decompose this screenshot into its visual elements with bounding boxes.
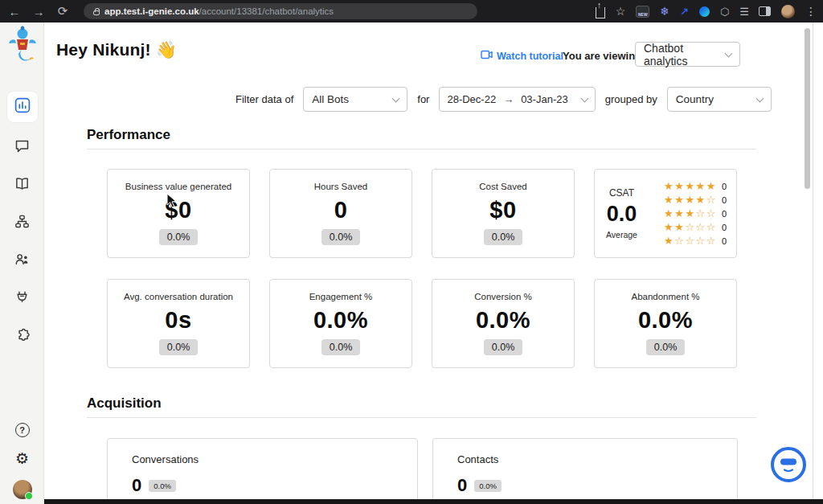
trend-badge: 0.0%: [484, 229, 523, 245]
sidebar-item-conversations[interactable]: [7, 134, 38, 160]
card-label: Avg. conversation duration: [124, 292, 233, 301]
filter-bar: Filter data of All Bots for 28-Dec-22 → …: [235, 87, 772, 112]
star-count: 0: [722, 182, 727, 191]
card-value: 0.0%: [638, 307, 693, 334]
viewing-label: You are viewing: [563, 50, 641, 62]
sidebar-item-flows[interactable]: [7, 210, 38, 236]
bookmark-star-icon[interactable]: ☆: [616, 5, 626, 18]
extension-arrow-icon[interactable]: ↗: [680, 6, 689, 18]
sidebar: ? ⚙: [0, 23, 44, 504]
performance-title: Performance: [87, 127, 170, 143]
browser-actions: ☆ NEW ❄ ↗ ⬡ ☰ ⋮: [596, 5, 817, 18]
star-row: ★☆☆☆☆ 0: [664, 235, 727, 248]
star-rating-icons: ★★★☆☆: [664, 207, 717, 220]
sitemap-icon: [14, 214, 30, 232]
acquisition-title: Acquisition: [87, 395, 162, 412]
performance-cards-row-2: Avg. conversation duration 0s 0.0% Engag…: [107, 279, 737, 368]
analytics-icon: [14, 97, 31, 117]
card-value: 0.0%: [476, 307, 530, 334]
chevron-down-icon: [725, 49, 733, 57]
sidebar-item-contacts[interactable]: [7, 248, 38, 273]
reading-list-icon[interactable]: ☰: [739, 6, 748, 18]
star-row: ★★★☆☆ 0: [664, 207, 727, 220]
card-label: Engagement %: [309, 292, 373, 301]
star-count: 0: [722, 223, 727, 232]
star-rating-icons: ★★★★☆: [664, 194, 717, 207]
extensions-puzzle-icon[interactable]: ⬡: [720, 6, 729, 18]
card-value: $0: [489, 197, 516, 223]
trend-badge: 0.0%: [474, 480, 502, 492]
url-domain: app.test.i-genie.co.uk: [104, 6, 199, 16]
divider: [87, 417, 756, 418]
trend-badge: 0.0%: [646, 339, 686, 355]
metric-card-contacts: Contacts 0 0.0%: [432, 438, 738, 504]
card-value: 0: [457, 475, 467, 496]
chevron-down-icon: [755, 94, 764, 102]
date-range-arrow-icon: →: [503, 93, 514, 105]
metric-card-avg-duration: Avg. conversation duration 0s 0.0%: [107, 279, 250, 368]
metric-card-csat: CSAT 0.0 Average ★★★★★ 0 ★★★★☆ 0 ★★★☆☆: [594, 169, 737, 258]
back-icon[interactable]: ←: [6, 5, 23, 18]
plug-icon: [14, 289, 30, 308]
chatbot-launcher-icon[interactable]: [769, 445, 808, 484]
csat-average-label: Average: [606, 230, 637, 240]
browser-profile-avatar[interactable]: [781, 5, 795, 18]
bot-filter-value: All Bots: [312, 93, 349, 105]
star-row: ★★★★★ 0: [664, 180, 727, 193]
book-icon: [14, 176, 30, 195]
scrollbar-track: [813, 23, 813, 504]
star-rating-icons: ★☆☆☆☆: [664, 235, 717, 248]
sidebar-item-knowledge[interactable]: [7, 172, 38, 198]
card-label: Business value generated: [125, 182, 231, 191]
metric-card-cost-saved: Cost Saved $0 0.0%: [432, 169, 575, 258]
chat-bubble-icon: [14, 138, 30, 157]
lock-icon: [93, 10, 100, 15]
group-by-select[interactable]: Country: [667, 87, 772, 112]
forward-icon[interactable]: →: [31, 5, 47, 18]
card-label: Conversations: [132, 453, 417, 465]
help-icon[interactable]: ?: [15, 423, 30, 437]
metric-card-business-value: Business value generated $0 0.0%: [107, 169, 250, 258]
sidebar-item-integrations[interactable]: [7, 285, 38, 311]
reload-icon[interactable]: ⟳: [55, 4, 71, 18]
star-count: 0: [722, 236, 727, 246]
grouped-by-label: grouped by: [605, 93, 657, 105]
csat-label: CSAT: [609, 187, 634, 199]
scrollbar-thumb[interactable]: [805, 28, 810, 189]
card-value: 0.0%: [313, 307, 368, 334]
user-avatar[interactable]: [13, 480, 32, 499]
trend-badge: 0.0%: [159, 229, 199, 245]
date-range-picker[interactable]: 28-Dec-22 → 03-Jan-23: [439, 87, 595, 112]
url-path: /account/13381/chatbot/analytics: [199, 6, 334, 16]
bot-filter-select[interactable]: All Bots: [303, 87, 407, 112]
share-icon[interactable]: [596, 7, 605, 18]
group-by-value: Country: [676, 93, 714, 105]
trend-badge: 0.0%: [159, 339, 199, 355]
desktop-edge: [44, 499, 823, 504]
genie-logo[interactable]: [7, 26, 38, 69]
trend-badge: 0.0%: [149, 480, 176, 492]
address-bar[interactable]: app.test.i-genie.co.uk/account/13381/cha…: [84, 3, 477, 19]
sidebar-item-analytics[interactable]: [7, 92, 38, 122]
watch-tutorial-link[interactable]: Watch tutorial: [481, 50, 563, 62]
sidebar-item-addons[interactable]: [7, 323, 38, 349]
extension-new-icon[interactable]: NEW: [636, 6, 649, 18]
filter-data-of-label: Filter data of: [235, 93, 293, 105]
metric-card-abandonment: Abandonment % 0.0% 0.0%: [594, 279, 737, 368]
extension-snowflake-icon[interactable]: ❄: [660, 5, 669, 18]
metric-card-hours-saved: Hours Saved 0 0.0%: [269, 169, 412, 258]
view-selector-value: Chatbot analytics: [644, 42, 719, 68]
card-value: $0: [165, 197, 191, 223]
browser-menu-icon[interactable]: ⋮: [805, 5, 817, 18]
date-start: 28-Dec-22: [447, 93, 496, 105]
csat-value: 0.0: [607, 202, 637, 227]
metric-card-conversion: Conversion % 0.0% 0.0%: [432, 279, 575, 368]
star-row: ★★★★☆ 0: [664, 194, 727, 207]
card-value: 0: [334, 197, 348, 223]
view-selector[interactable]: Chatbot analytics: [635, 42, 740, 67]
side-panel-icon[interactable]: [759, 6, 771, 16]
star-count: 0: [722, 209, 727, 219]
extension-circle-icon[interactable]: [699, 6, 710, 17]
card-label: Hours Saved: [314, 182, 367, 191]
settings-gear-icon[interactable]: ⚙: [15, 451, 29, 466]
